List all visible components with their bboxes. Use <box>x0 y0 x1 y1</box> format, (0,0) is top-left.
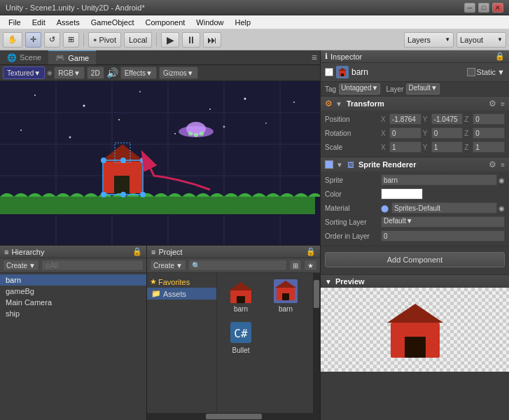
minimize-button[interactable]: ─ <box>464 3 475 13</box>
menu-component[interactable]: Component <box>139 15 190 29</box>
material-input[interactable] <box>391 202 497 214</box>
project-search[interactable] <box>188 260 287 271</box>
move-tool[interactable]: ✛ <box>25 32 41 48</box>
project-star-button[interactable]: ★ <box>304 260 317 271</box>
svg-rect-0 <box>0 81 320 245</box>
pos-y-input[interactable] <box>431 113 463 125</box>
project-scroll-thumb[interactable] <box>314 280 319 308</box>
material-select-icon[interactable]: ◉ <box>498 204 505 212</box>
hierarchy-search[interactable] <box>41 260 144 271</box>
layout-dropdown[interactable]: Layout ▼ <box>456 32 506 48</box>
project-hscrollbar[interactable] <box>147 413 320 420</box>
transform-body: Position X Y Z Rotation X <box>321 111 509 157</box>
tab-scene[interactable]: 🌐 Scene <box>0 51 48 64</box>
rgb-button[interactable]: RGB▼ <box>54 66 85 79</box>
toolbar-separator-1 <box>83 33 84 47</box>
order-input[interactable] <box>381 230 505 241</box>
sprite-renderer-enable[interactable] <box>325 160 333 169</box>
project-scrollbar[interactable] <box>313 273 320 413</box>
tree-favorites[interactable]: ★ Favorites <box>147 276 216 288</box>
rotate-tool[interactable]: ↺ <box>44 32 60 48</box>
pause-button[interactable]: ⏸ <box>182 32 200 48</box>
pos-x-input[interactable] <box>389 113 421 125</box>
hierarchy-item-barn[interactable]: barn <box>0 274 146 286</box>
step-button[interactable]: ⏭ <box>203 32 221 48</box>
rot-y-input[interactable] <box>431 127 463 139</box>
game-viewport[interactable] <box>0 81 320 245</box>
tab-game[interactable]: 🎮 Game <box>48 50 96 64</box>
rot-x-input[interactable] <box>389 127 421 139</box>
menu-edit[interactable]: Edit <box>27 15 51 29</box>
rot-z-input[interactable] <box>473 127 505 139</box>
transform-header[interactable]: ⚙ ▼ Transform ⚙ ≡ <box>321 97 509 111</box>
svg-point-13 <box>244 98 246 100</box>
static-checkbox[interactable] <box>467 68 475 76</box>
layer-select[interactable]: Default▼ <box>406 83 440 94</box>
svg-point-16 <box>69 136 71 139</box>
sprite-renderer-icon: 🖼 <box>347 161 354 169</box>
inspector-lock-icon[interactable]: 🔒 <box>495 52 505 61</box>
color-swatch[interactable] <box>381 188 423 200</box>
scale-y-input[interactable] <box>431 141 463 153</box>
speaker-icon[interactable]: 🔊 <box>106 67 118 78</box>
asset-barn-sprite[interactable]: barn <box>220 276 262 314</box>
title-bar-controls[interactable]: ─ □ ✕ <box>464 3 503 13</box>
project-view-toggle[interactable]: ⊞ <box>289 260 302 271</box>
pivot-button[interactable]: ● Pivot <box>88 32 121 48</box>
sprite-select-icon[interactable]: ◉ <box>498 176 505 184</box>
layers-dropdown[interactable]: Layers ▼ <box>404 32 454 48</box>
project-create-button[interactable]: Create ▼ <box>150 260 186 271</box>
sprite-renderer-settings-icon[interactable]: ⚙ <box>489 160 496 169</box>
hierarchy-item-gamebg[interactable]: gameBg <box>0 286 146 297</box>
2d-button[interactable]: 2D <box>87 66 104 79</box>
pos-z-input[interactable] <box>473 113 505 125</box>
hierarchy-create-button[interactable]: Create ▼ <box>3 260 39 271</box>
panel-options[interactable]: ≡ <box>309 50 320 64</box>
tag-select[interactable]: Untagged▼ <box>339 83 380 94</box>
asset-barn-prefab[interactable]: barn <box>265 276 307 314</box>
scene-game-tabs: 🌐 Scene 🎮 Game ≡ <box>0 50 320 65</box>
transform-settings-icon[interactable]: ⚙ <box>489 99 496 108</box>
sorting-layer-select[interactable]: Default▼ <box>381 216 505 227</box>
object-enable-checkbox[interactable]: ✓ <box>325 68 333 76</box>
project-hscroll-thumb[interactable] <box>206 414 262 419</box>
textured-button[interactable]: Textured▼ <box>3 66 45 79</box>
effects-button[interactable]: Effects▼ <box>120 66 157 79</box>
svg-point-32 <box>101 158 106 163</box>
hierarchy-item-ship[interactable]: ship <box>0 308 146 319</box>
play-button[interactable]: ▶ <box>161 32 179 48</box>
svg-rect-26 <box>0 197 315 214</box>
menu-help[interactable]: Help <box>229 15 256 29</box>
project-lock-icon[interactable]: 🔒 <box>306 247 316 256</box>
object-name[interactable]: barn <box>351 67 464 77</box>
transform-menu-icon[interactable]: ≡ <box>501 100 505 108</box>
close-button[interactable]: ✕ <box>492 3 503 13</box>
create-arrow: ▼ <box>29 262 36 270</box>
project-content: ★ Favorites 📁 Assets <box>147 273 320 413</box>
preview-expand-icon: ▼ <box>325 278 332 286</box>
menu-file[interactable]: File <box>3 15 27 29</box>
gizmos-button[interactable]: Gizmos▼ <box>159 66 198 79</box>
toolbar: ✋ ✛ ↺ ⊞ ● Pivot Local ▶ ⏸ ⏭ Layers ▼ Lay… <box>0 29 509 50</box>
local-button[interactable]: Local <box>124 32 152 48</box>
menu-assets[interactable]: Assets <box>51 15 85 29</box>
project-create-arrow: ▼ <box>176 262 183 270</box>
sprite-value: ◉ <box>381 174 505 186</box>
menu-window[interactable]: Window <box>190 15 229 29</box>
maximize-button[interactable]: □ <box>478 3 489 13</box>
static-dropdown-arrow[interactable]: ▼ <box>497 68 505 76</box>
barn-sprite-label: barn <box>234 305 248 313</box>
add-component-button[interactable]: Add Component <box>325 252 505 267</box>
asset-bullet-script[interactable]: C# Bullet <box>220 317 262 356</box>
sprite-input[interactable] <box>381 174 497 186</box>
scale-z-input[interactable] <box>473 141 505 153</box>
menu-gameobject[interactable]: GameObject <box>85 15 140 29</box>
hierarchy-item-maincamera[interactable]: Main Camera <box>0 297 146 308</box>
tree-assets[interactable]: 📁 Assets <box>147 288 216 300</box>
sprite-renderer-menu-icon[interactable]: ≡ <box>501 161 505 169</box>
scale-tool[interactable]: ⊞ <box>63 32 79 48</box>
scale-x-input[interactable] <box>389 141 421 153</box>
hierarchy-lock-icon[interactable]: 🔒 <box>132 247 142 256</box>
hand-tool[interactable]: ✋ <box>3 32 22 48</box>
sprite-renderer-header[interactable]: ▼ 🖼 Sprite Renderer ⚙ ≡ <box>321 158 509 172</box>
